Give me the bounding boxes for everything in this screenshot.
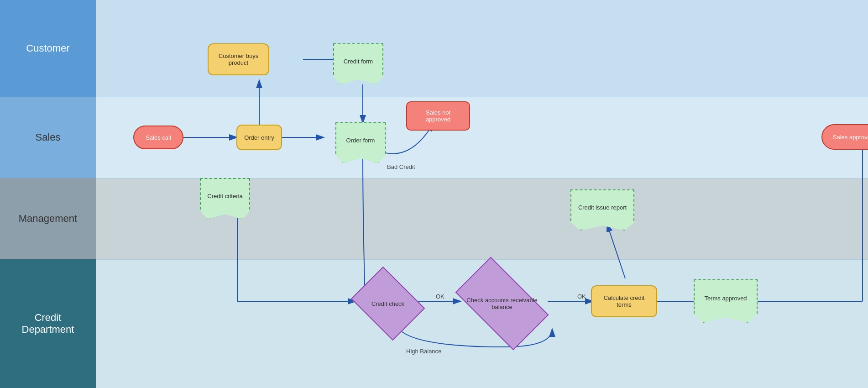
node-credit-criteria: Credit criteria bbox=[200, 178, 250, 219]
lane-labels: Customer Sales Management Credit Departm… bbox=[0, 0, 96, 388]
node-credit-check-wrapper: Credit check bbox=[351, 278, 424, 329]
label-high-balance: High Balance bbox=[406, 348, 441, 355]
label-ok2: OK bbox=[577, 293, 586, 300]
node-sales-approved: Sales approved bbox=[821, 124, 868, 150]
divider-1 bbox=[96, 97, 868, 97]
node-sales-call: Sales call bbox=[133, 126, 183, 149]
label-ok1: OK bbox=[436, 293, 444, 300]
lane-label-sales: Sales bbox=[0, 97, 96, 178]
lane-label-credit: Credit Department bbox=[0, 259, 96, 388]
lane-label-management: Management bbox=[0, 178, 96, 259]
node-check-accounts-wrapper: Check accounts receivable balance bbox=[452, 276, 552, 331]
node-sales-not-approved: Sales not approved bbox=[406, 101, 470, 131]
swim-lanes-container: Customer Sales Management Credit Departm… bbox=[0, 0, 868, 388]
lane-label-customer: Customer bbox=[0, 0, 96, 97]
lane-bg-sales bbox=[96, 97, 868, 178]
label-bad-credit: Bad Credit bbox=[387, 163, 415, 170]
node-calculate-credit: Calculate credit terms bbox=[591, 285, 657, 317]
diagram-area: Customer buys product Credit form Sales … bbox=[96, 0, 868, 388]
node-order-form: Order form bbox=[335, 122, 386, 163]
node-terms-approved: Terms approved bbox=[694, 279, 758, 323]
divider-3 bbox=[96, 259, 868, 260]
node-credit-issue-report: Credit issue report bbox=[570, 189, 634, 231]
node-credit-form: Credit form bbox=[333, 43, 383, 84]
node-order-entry: Order entry bbox=[236, 125, 282, 150]
node-customer-buys: Customer buys product bbox=[208, 43, 269, 75]
